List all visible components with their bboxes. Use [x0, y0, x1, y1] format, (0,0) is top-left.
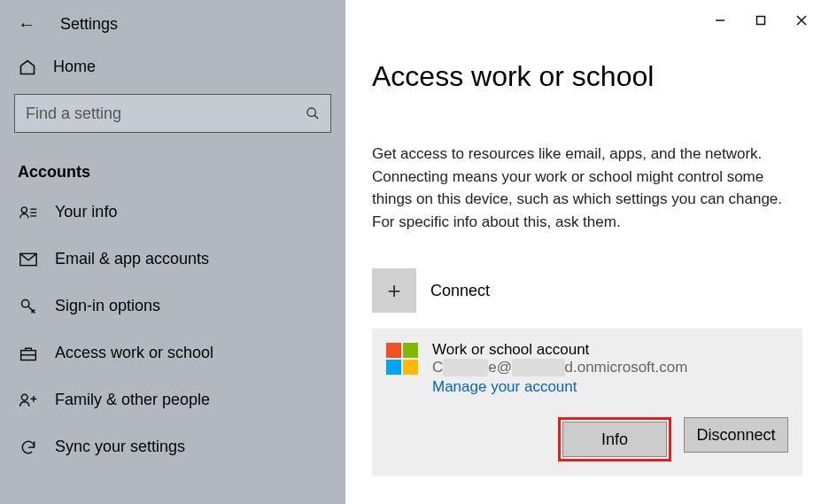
disconnect-button[interactable]: Disconnect — [684, 417, 788, 453]
sidebar-item-label: Family & other people — [55, 391, 210, 409]
maximize-button[interactable] — [740, 7, 781, 34]
sidebar-item-label: Sync your settings — [55, 438, 185, 456]
home-label: Home — [53, 58, 96, 76]
sidebar-item-label: Email & app accounts — [55, 250, 209, 268]
sidebar-item-signin-options[interactable]: Sign-in options — [0, 283, 345, 330]
account-email: Cxxxxxxe@xxxxxxxd.onmicrosoft.com — [432, 359, 687, 376]
svg-line-1 — [314, 115, 318, 119]
search-icon — [306, 106, 320, 120]
account-title: Work or school account — [432, 341, 687, 359]
sidebar-item-your-info[interactable]: Your info — [0, 189, 345, 236]
window-controls — [700, 7, 822, 34]
info-button-highlight: Info — [558, 417, 671, 461]
account-card[interactable]: Work or school account Cxxxxxxe@xxxxxxxd… — [372, 329, 802, 476]
home-icon — [18, 58, 37, 76]
close-button[interactable] — [781, 7, 822, 34]
briefcase-icon — [18, 345, 39, 361]
svg-point-7 — [22, 299, 29, 306]
manage-account-link[interactable]: Manage your account — [432, 378, 577, 396]
back-arrow-icon[interactable]: ← — [18, 14, 35, 35]
svg-point-2 — [21, 206, 27, 212]
plus-icon[interactable]: + — [372, 268, 416, 313]
microsoft-logo-icon — [386, 343, 418, 375]
key-icon — [18, 298, 39, 315]
sidebar-item-email-accounts[interactable]: Email & app accounts — [0, 236, 345, 283]
connect-row[interactable]: + Connect — [372, 268, 802, 313]
page-title: Access work or school — [372, 60, 802, 93]
sidebar-item-label: Access work or school — [55, 344, 213, 362]
page-description: Get access to resources like email, apps… — [372, 143, 802, 233]
sidebar-item-sync-settings[interactable]: Sync your settings — [0, 423, 345, 470]
search-input-box[interactable] — [14, 94, 331, 133]
people-icon — [18, 392, 39, 408]
user-icon — [18, 205, 39, 221]
svg-rect-13 — [757, 17, 765, 25]
sidebar-item-family-people[interactable]: Family & other people — [0, 376, 345, 423]
sidebar-item-label: Sign-in options — [55, 297, 160, 315]
svg-point-9 — [21, 394, 27, 400]
search-input[interactable] — [26, 105, 306, 123]
sidebar-item-label: Your info — [55, 203, 117, 221]
sidebar: ← Settings Home Accounts Your info Email… — [0, 0, 345, 504]
info-button[interactable]: Info — [562, 422, 667, 457]
connect-label: Connect — [430, 282, 490, 300]
sidebar-home[interactable]: Home — [0, 42, 345, 90]
sidebar-section-title: Accounts — [0, 133, 345, 189]
minimize-button[interactable] — [700, 7, 740, 34]
svg-point-0 — [307, 108, 315, 116]
sidebar-item-access-work-school[interactable]: Access work or school — [0, 330, 345, 376]
sync-icon — [18, 438, 39, 456]
mail-icon — [18, 252, 39, 267]
app-title: Settings — [60, 15, 118, 34]
main-pane: Access work or school Get access to reso… — [345, 0, 829, 504]
